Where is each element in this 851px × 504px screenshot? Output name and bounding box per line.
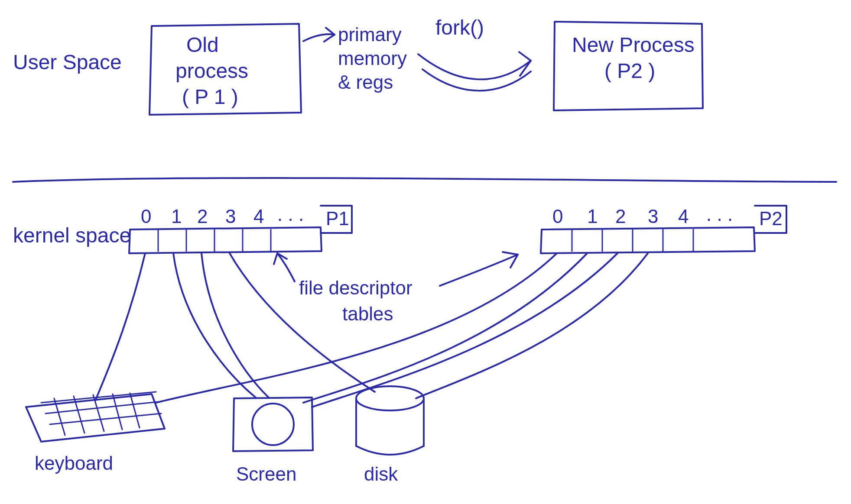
fd-p1-2: 2 <box>197 206 208 227</box>
fd-tables-l1: file descriptor <box>299 277 413 298</box>
fd-p1-3: 3 <box>225 206 236 227</box>
label-disk: disk <box>364 463 398 485</box>
old-process-line3: ( P 1 ) <box>182 85 238 108</box>
fd-p1-label: P1 <box>326 208 349 229</box>
primary-l1: primary <box>338 24 402 45</box>
label-fork: fork() <box>435 16 484 39</box>
label-fd-tables: file descriptor tables <box>274 252 518 324</box>
fd-table-p1: 0 1 2 3 4 . . . P1 <box>129 204 352 253</box>
fd-p2-label: P2 <box>759 208 783 229</box>
arrow-old-to-primary <box>303 28 335 42</box>
label-screen: Screen <box>236 463 296 485</box>
screen-icon: Screen <box>233 397 313 485</box>
space-divider <box>13 178 836 182</box>
fd-p2-0: 0 <box>552 206 563 227</box>
fork-arrow <box>418 52 531 90</box>
label-kernel-space: kernel space <box>13 224 131 247</box>
fd-p2-4: 4 <box>678 206 689 227</box>
label-user-space: User Space <box>13 51 122 74</box>
fd-p2-2: 2 <box>615 206 626 227</box>
edge-p1-fd2-screen <box>201 253 269 397</box>
primary-l2: memory <box>338 48 407 69</box>
keyboard-icon: keyboard <box>26 392 165 474</box>
old-process-box: Old process ( P 1 ) <box>149 24 301 115</box>
fd-tables-l2: tables <box>342 303 393 324</box>
fd-p1-4: 4 <box>253 206 264 227</box>
label-primary-memory-regs: primary memory & regs <box>338 24 407 93</box>
old-process-line2: process <box>175 59 248 82</box>
new-process-line1: New Process <box>572 33 695 56</box>
fd-p1-ellipsis: . . . <box>277 204 304 225</box>
fd-p1-1: 1 <box>171 206 182 227</box>
old-process-line1: Old <box>186 33 219 56</box>
edge-p2-fd1-screen <box>303 253 587 403</box>
fd-p1-0: 0 <box>141 206 151 227</box>
svg-point-0 <box>252 404 294 445</box>
disk-icon: disk <box>356 386 424 485</box>
fd-p2-1: 1 <box>587 206 598 227</box>
edge-p1-fd0-keyboard <box>95 253 145 401</box>
new-process-box: New Process ( P2 ) <box>554 22 703 110</box>
label-keyboard: keyboard <box>35 452 113 474</box>
primary-l3: & regs <box>338 71 393 93</box>
fd-p2-ellipsis: . . . <box>706 204 733 225</box>
fd-table-p2: 0 1 2 3 4 . . . P2 <box>541 204 786 253</box>
fd-p2-3: 3 <box>648 206 658 227</box>
new-process-line2: ( P2 ) <box>604 59 655 82</box>
